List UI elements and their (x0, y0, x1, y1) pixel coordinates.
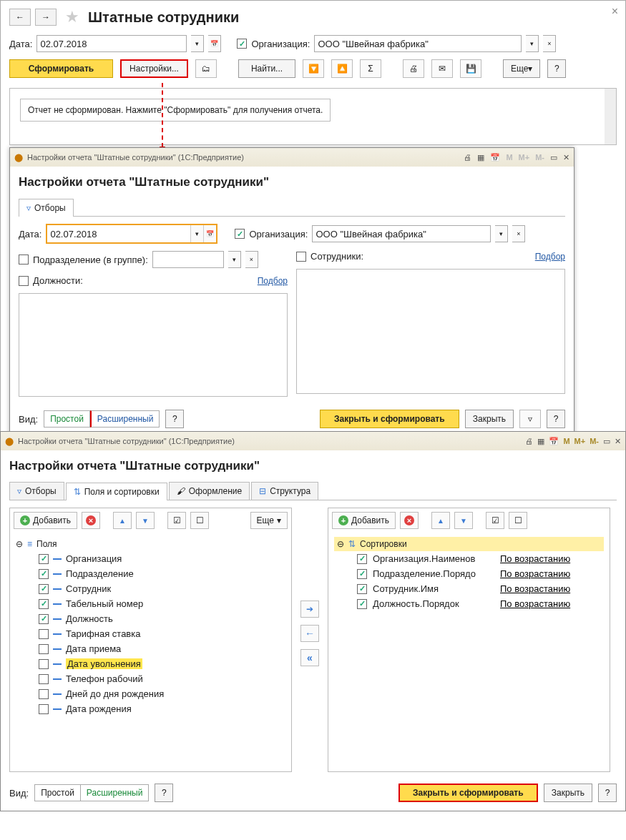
field-checkbox[interactable]: ✓ (39, 554, 49, 564)
more-button[interactable]: Еще ▾ (503, 59, 540, 78)
add-sort-button[interactable]: +Добавить (332, 512, 396, 529)
sort-direction[interactable]: По возрастанию (500, 583, 570, 594)
filter-settings-icon[interactable]: ▿ (519, 410, 541, 428)
help-button[interactable]: ? (155, 784, 173, 802)
sort-row[interactable]: ✓Организация.НаименовПо возрастанию (334, 551, 604, 566)
generate-button[interactable]: Сформировать (9, 59, 113, 78)
sum-icon[interactable]: Σ (360, 59, 381, 78)
sort-row[interactable]: ✓Сотрудник.ИмяПо возрастанию (334, 581, 604, 596)
close-icon[interactable]: ✕ (563, 153, 569, 162)
view-extended[interactable]: Расширенный (90, 410, 160, 428)
field-row[interactable]: Дата рождения (16, 701, 285, 716)
variants-icon[interactable]: 🗂 (195, 59, 217, 78)
org-dropdown-icon[interactable]: ▾ (526, 35, 539, 52)
tab-format[interactable]: 🖌Оформление (169, 482, 250, 500)
memory-mminus[interactable]: M- (535, 153, 544, 162)
move-left-button[interactable] (300, 625, 319, 642)
collapse-icon[interactable]: ⊖ (337, 539, 344, 549)
sort-checkbox[interactable]: ✓ (357, 599, 367, 609)
employees-list[interactable] (296, 269, 565, 394)
field-row[interactable]: ✓Сотрудник (16, 581, 285, 596)
favorite-icon[interactable]: ★ (65, 8, 79, 26)
positions-checkbox[interactable] (19, 276, 29, 286)
field-checkbox[interactable] (39, 689, 49, 699)
tab-filters[interactable]: ▿Отборы (9, 482, 64, 500)
field-checkbox[interactable]: ✓ (39, 584, 49, 594)
date-input[interactable]: 02.07.2018 (47, 225, 190, 242)
org-dropdown-icon[interactable]: ▾ (495, 225, 508, 242)
print-icon[interactable]: 🖨 (403, 59, 424, 78)
memory-m[interactable]: M (506, 153, 512, 162)
nav-back-button[interactable]: ← (9, 9, 31, 26)
close-and-form-button[interactable]: Закрыть и сформировать (398, 784, 538, 802)
field-row[interactable]: Телефон рабочий (16, 671, 285, 686)
tab-structure[interactable]: ⊟Структура (251, 482, 318, 500)
org-checkbox[interactable]: ✓ (235, 229, 245, 239)
sort-check-all-button[interactable]: ☑ (486, 512, 504, 529)
memory-mminus[interactable]: M- (590, 437, 599, 445)
sort-row[interactable]: ✓Должность.ПорядокПо возрастанию (334, 596, 604, 611)
view-extended[interactable]: Расширенный (81, 784, 150, 801)
save-icon[interactable]: 💾 (460, 59, 481, 78)
mail-icon[interactable]: ✉ (431, 59, 453, 78)
field-row[interactable]: Дата увольнения (16, 656, 285, 671)
field-row[interactable]: ✓Должность (16, 611, 285, 626)
calendar-icon[interactable]: 📅 (203, 225, 216, 242)
date-input[interactable]: 02.07.2018 (36, 35, 187, 52)
close-icon[interactable]: ✕ (615, 437, 621, 446)
close-and-form-button[interactable]: Закрыть и сформировать (320, 410, 459, 428)
uncheck-all-button[interactable]: ☐ (190, 512, 209, 529)
sort-move-down-button[interactable] (454, 512, 473, 529)
tab-fields-sort[interactable]: ⇅Поля и сортировки (66, 483, 167, 500)
memory-mplus[interactable]: M+ (519, 153, 530, 162)
move-up-button[interactable] (113, 512, 132, 529)
sort-checkbox[interactable]: ✓ (357, 569, 367, 579)
org-checkbox[interactable]: ✓ (237, 39, 247, 49)
table-icon[interactable]: ▦ (477, 153, 484, 162)
sort-direction[interactable]: По возрастанию (500, 568, 570, 579)
check-all-button[interactable]: ☑ (167, 512, 186, 529)
table-icon[interactable]: ▦ (537, 437, 544, 446)
nav-forward-button[interactable]: → (35, 9, 57, 26)
date-dropdown-icon[interactable]: ▾ (191, 35, 204, 52)
org-input[interactable]: ООО "Швейная фабрика" (312, 225, 491, 242)
help-button-2[interactable]: ? (547, 410, 565, 428)
positions-list[interactable] (19, 293, 288, 397)
view-simple[interactable]: Простой (34, 784, 81, 801)
sort-uncheck-all-button[interactable]: ☐ (509, 512, 527, 529)
field-row[interactable]: ✓Подразделение (16, 566, 285, 581)
org-input[interactable]: ООО "Швейная фабрика" (314, 35, 522, 52)
date-dropdown-icon[interactable]: ▾ (190, 225, 203, 242)
dept-input[interactable] (152, 251, 224, 268)
org-clear-icon[interactable]: × (543, 35, 556, 52)
tab-filters[interactable]: ▿ Отборы (19, 199, 74, 217)
print-icon[interactable]: 🖨 (525, 437, 533, 445)
field-row[interactable]: Дата приема (16, 641, 285, 656)
add-field-button[interactable]: +Добавить (14, 512, 77, 529)
field-checkbox[interactable] (39, 644, 49, 654)
field-row[interactable]: ✓Табельный номер (16, 596, 285, 611)
collapse-icon[interactable]: 🔼 (331, 59, 353, 78)
field-row[interactable]: Дней до дня рождения (16, 686, 285, 701)
field-checkbox[interactable] (39, 659, 49, 669)
help-button-2[interactable]: ? (598, 784, 617, 802)
calendar-icon[interactable]: 📅 (208, 35, 221, 52)
dept-dropdown-icon[interactable]: ▾ (228, 251, 241, 268)
close-icon[interactable]: × (612, 5, 618, 18)
field-checkbox[interactable] (39, 674, 49, 684)
minimize-icon[interactable]: ▭ (603, 437, 610, 446)
move-down-button[interactable] (136, 512, 155, 529)
delete-field-button[interactable]: × (82, 512, 100, 529)
move-all-left-button[interactable] (300, 649, 319, 666)
print-icon[interactable]: 🖨 (464, 153, 471, 162)
memory-mplus[interactable]: M+ (574, 437, 586, 445)
employees-select-link[interactable]: Подбор (535, 252, 565, 262)
move-right-button[interactable] (300, 601, 319, 618)
more-fields-button[interactable]: Еще ▾ (250, 512, 288, 529)
calendar-icon[interactable]: 📅 (490, 153, 500, 162)
delete-sort-button[interactable]: × (400, 512, 419, 529)
dept-clear-icon[interactable]: × (245, 251, 258, 268)
calendar-icon[interactable]: 📅 (549, 437, 559, 446)
sort-direction[interactable]: По возрастанию (500, 598, 570, 609)
employees-checkbox[interactable] (296, 252, 306, 262)
